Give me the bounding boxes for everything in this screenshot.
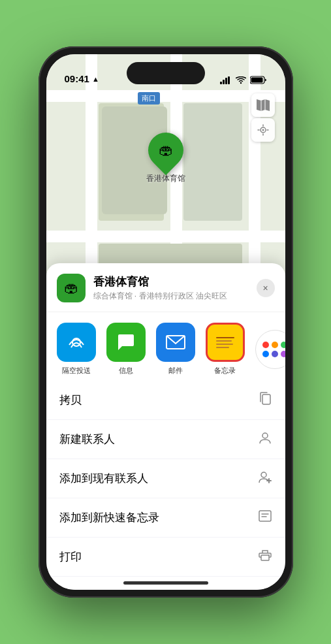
action-new-contact[interactable]: 新建联系人	[46, 420, 285, 459]
share-airdrop[interactable]: 隔空投送	[57, 323, 96, 376]
home-indicator	[123, 581, 208, 585]
more-share-options[interactable]	[255, 323, 285, 376]
close-button[interactable]: ×	[257, 279, 275, 297]
action-copy-label: 拷贝	[59, 393, 82, 408]
location-info: 香港体育馆 综合体育馆 · 香港特别行政区 油尖旺区	[93, 274, 257, 302]
svg-rect-1	[223, 80, 225, 84]
dot-row-2	[262, 351, 285, 357]
svg-rect-3	[228, 76, 230, 84]
dot-purple	[281, 351, 285, 357]
action-copy[interactable]: 拷贝	[46, 381, 285, 420]
share-mail[interactable]: 邮件	[156, 323, 195, 376]
notes-label: 备忘录	[214, 366, 236, 376]
svg-rect-10	[262, 394, 270, 404]
dot-orange	[272, 342, 278, 348]
mail-label: 邮件	[168, 366, 183, 376]
share-message[interactable]: 信息	[106, 323, 146, 376]
location-name: 香港体育馆	[93, 274, 257, 289]
notes-icon	[206, 323, 245, 362]
message-icon	[106, 323, 146, 362]
pin-emoji: 🏟	[159, 142, 173, 159]
location-header: 🏟 香港体育馆 综合体育馆 · 香港特别行政区 油尖旺区 ×	[46, 274, 285, 312]
svg-point-12	[261, 472, 266, 477]
svg-point-15	[268, 555, 270, 556]
notes-lines	[213, 333, 237, 352]
dot-red	[262, 342, 269, 348]
svg-rect-0	[220, 82, 222, 84]
wifi-icon	[236, 76, 246, 84]
action-new-contact-label: 新建联系人	[59, 432, 115, 447]
svg-rect-2	[225, 78, 227, 84]
quick-note-icon	[258, 509, 272, 526]
pin-circle: 🏟	[140, 125, 190, 175]
svg-point-11	[262, 433, 268, 438]
action-quick-note[interactable]: 添加到新快速备忘录	[46, 498, 285, 538]
dynamic-island	[127, 62, 205, 84]
mail-icon	[156, 323, 195, 362]
share-notes[interactable]: 备忘录	[206, 323, 245, 376]
battery-icon	[250, 76, 267, 84]
action-add-existing[interactable]: 添加到现有联系人	[46, 459, 285, 498]
phone-frame: 09:41 ▲	[39, 46, 293, 598]
phone-screen: 09:41 ▲	[46, 54, 285, 590]
svg-point-7	[262, 129, 264, 131]
svg-rect-14	[261, 555, 269, 560]
svg-rect-13	[259, 511, 271, 521]
message-label: 信息	[119, 366, 133, 376]
location-button[interactable]	[251, 118, 275, 142]
action-print[interactable]: 打印	[46, 538, 285, 577]
airdrop-icon	[57, 323, 96, 362]
status-time: 09:41	[65, 73, 89, 84]
share-row: 隔空投送 信息	[46, 312, 285, 381]
dot-row-1	[262, 342, 285, 348]
map-controls	[251, 93, 275, 142]
airdrop-label: 隔空投送	[62, 366, 91, 376]
bottom-sheet: 🏟 香港体育馆 综合体育馆 · 香港特别行政区 油尖旺区 ×	[46, 263, 285, 590]
action-quick-note-label: 添加到新快速备忘录	[59, 510, 159, 525]
action-list: 拷贝 新建联系人	[46, 381, 285, 577]
add-contact-icon	[258, 470, 272, 487]
more-dots-circle	[255, 330, 285, 369]
map-type-button[interactable]	[251, 93, 275, 117]
new-contact-icon	[258, 430, 272, 448]
map-block	[183, 103, 242, 221]
location-venue-icon: 🏟	[57, 274, 86, 302]
dot-indigo	[272, 351, 278, 357]
action-print-label: 打印	[59, 549, 82, 564]
copy-icon	[258, 391, 272, 409]
dot-green	[281, 342, 285, 348]
dot-blue	[262, 351, 269, 357]
map-label: 南口	[138, 92, 160, 105]
action-add-existing-label: 添加到现有联系人	[59, 471, 148, 486]
location-pin: 🏟 香港体育馆	[146, 133, 185, 184]
print-icon	[258, 548, 272, 566]
status-icons	[220, 76, 267, 84]
svg-rect-5	[251, 78, 262, 83]
signal-icon	[220, 76, 232, 84]
location-icon-status: ▲	[92, 75, 99, 83]
location-subtitle: 综合体育馆 · 香港特别行政区 油尖旺区	[93, 291, 257, 302]
